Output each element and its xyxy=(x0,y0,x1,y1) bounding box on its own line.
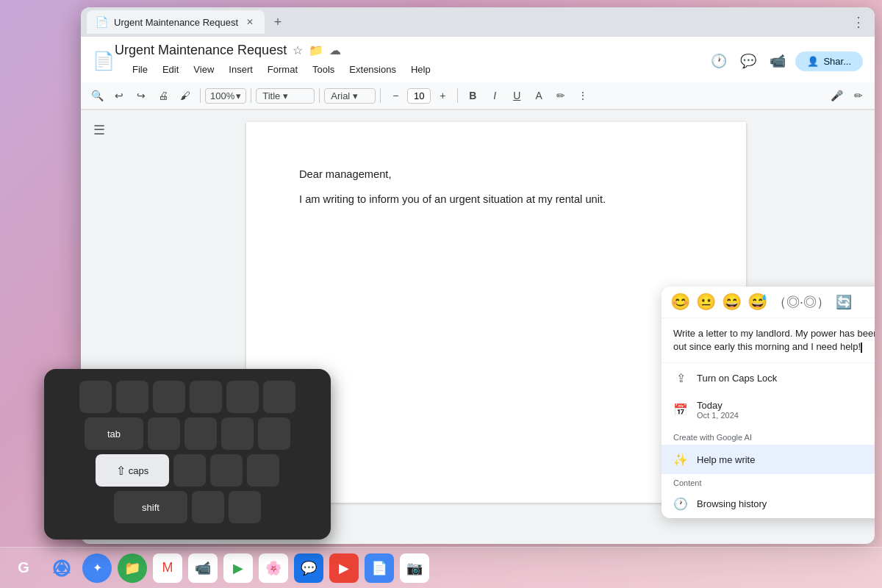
docs-toolbar: 🔍 ↩ ↪ 🖨 🖌 100% ▾ Title ▾ Arial ▾ − xyxy=(81,82,875,110)
tab-title: Urgent Maintenance Request xyxy=(114,17,238,28)
menu-extensions[interactable]: Extensions xyxy=(343,61,402,78)
outline-icon[interactable]: ☰ xyxy=(93,122,105,138)
folder-icon[interactable]: 📁 xyxy=(309,43,323,57)
cloud-icon[interactable]: ☁ xyxy=(329,43,341,57)
menu-help[interactable]: Help xyxy=(405,61,437,78)
taskbar-youtube[interactable]: ▶ xyxy=(329,553,359,583)
emoji-sweat[interactable]: 😅 xyxy=(747,293,767,312)
font-size-input[interactable] xyxy=(407,88,431,104)
font-chevron: ▾ xyxy=(353,90,358,101)
osk-row-3: ⇧ caps xyxy=(56,454,319,487)
tab-key-label: tab xyxy=(107,429,121,440)
suggestion-input-area[interactable]: Write a letter to my landlord. My power … xyxy=(662,318,875,363)
emoji-keyboard[interactable]: （◎·◎） xyxy=(773,293,830,311)
emoji-neutral[interactable]: 😐 xyxy=(696,293,716,312)
history-icon[interactable]: 🕐 xyxy=(707,49,731,73)
zoom-selector[interactable]: 100% ▾ xyxy=(205,88,246,104)
undo-button[interactable]: ↩ xyxy=(109,85,129,106)
osk-tab-key[interactable]: tab xyxy=(85,417,143,450)
print-button[interactable]: 🖨 xyxy=(153,85,173,106)
osk-key-f[interactable] xyxy=(258,417,290,450)
star-icon[interactable]: ☆ xyxy=(293,43,303,57)
osk-key-c[interactable] xyxy=(247,454,279,487)
osk-key-q[interactable] xyxy=(79,381,112,413)
browser-tab[interactable]: 📄 Urgent Maintenance Request ✕ xyxy=(87,10,265,34)
today-suggestion[interactable]: 📅 Today Oct 1, 2024 xyxy=(662,392,875,427)
text-color-button[interactable]: A xyxy=(528,85,549,106)
search-button[interactable]: 🔍 xyxy=(87,85,107,106)
menu-view[interactable]: View xyxy=(187,61,220,78)
tab-bar: 📄 Urgent Maintenance Request ✕ + xyxy=(87,10,845,34)
taskbar-meet[interactable]: 📹 xyxy=(188,553,218,583)
osk-key-1[interactable] xyxy=(192,491,224,523)
zoom-value: 100% xyxy=(210,90,234,101)
voice-typing-button[interactable]: 🎤 xyxy=(826,85,847,106)
osk-key-s[interactable] xyxy=(184,417,217,450)
highlight-button[interactable]: ✏ xyxy=(551,85,571,106)
osk-key-r[interactable] xyxy=(190,381,222,413)
caps-icon: ⇧ xyxy=(116,464,126,478)
comments-icon[interactable]: 💬 xyxy=(736,49,760,73)
taskbar-gemini[interactable]: ✦ xyxy=(82,553,112,583)
osk-key-t[interactable] xyxy=(226,381,259,413)
osk-key-2[interactable] xyxy=(229,491,261,523)
menu-tools[interactable]: Tools xyxy=(306,61,340,78)
emoji-grin[interactable]: 😄 xyxy=(722,293,742,312)
help-me-write-suggestion[interactable]: ✨ Help me write → xyxy=(662,445,875,474)
osk-key-e[interactable] xyxy=(153,381,185,413)
ai-write-icon: ✨ xyxy=(673,452,688,467)
new-tab-button[interactable]: + xyxy=(268,12,288,32)
osk-row-1 xyxy=(56,381,319,413)
italic-button[interactable]: I xyxy=(484,85,505,106)
font-value: Arial xyxy=(331,90,350,101)
browser-menu-button[interactable]: ⋮ xyxy=(848,12,869,32)
menu-format[interactable]: Format xyxy=(262,61,304,78)
menu-insert[interactable]: Insert xyxy=(223,61,259,78)
style-chevron: ▾ xyxy=(283,90,288,101)
meet-icon[interactable]: 📹 xyxy=(766,49,789,73)
redo-button[interactable]: ↪ xyxy=(131,85,151,106)
docs-title[interactable]: Urgent Maintenance Request xyxy=(115,43,287,58)
font-selector[interactable]: Arial ▾ xyxy=(324,88,376,104)
today-date: Oct 1, 2024 xyxy=(697,411,875,420)
osk-caps-key[interactable]: ⇧ caps xyxy=(96,454,169,487)
refresh-emoji-button[interactable]: 🔄 xyxy=(836,294,852,310)
share-icon: 👤 xyxy=(807,56,819,67)
taskbar-files[interactable]: 📁 xyxy=(118,553,147,583)
suggestion-input-text: Write a letter to my landlord. My power … xyxy=(673,328,875,352)
bold-button[interactable]: B xyxy=(462,85,483,106)
tab-close-button[interactable]: ✕ xyxy=(244,16,256,28)
font-size-decrease[interactable]: − xyxy=(385,85,406,106)
underline-button[interactable]: U xyxy=(506,85,527,106)
style-selector[interactable]: Title ▾ xyxy=(256,88,315,104)
share-button[interactable]: 👤 Shar... xyxy=(795,51,863,71)
toolbar-separator-5 xyxy=(457,88,458,103)
taskbar-play[interactable]: ▶ xyxy=(223,553,253,583)
font-size-increase[interactable]: + xyxy=(432,85,453,106)
osk-key-d[interactable] xyxy=(221,417,254,450)
editing-mode-button[interactable]: ✏ xyxy=(848,85,869,106)
taskbar-messages[interactable]: 💬 xyxy=(294,553,323,583)
taskbar-photos[interactable]: 🌸 xyxy=(259,553,288,583)
osk-key-y[interactable] xyxy=(263,381,295,413)
osk-key-w[interactable] xyxy=(116,381,148,413)
taskbar-chrome[interactable] xyxy=(47,553,76,583)
taskbar-screenshot[interactable]: 📷 xyxy=(400,553,429,583)
osk-key-x[interactable] xyxy=(210,454,243,487)
browsing-history-suggestion[interactable]: 🕐 Browsing history xyxy=(662,489,875,518)
taskbar-gmail[interactable]: M xyxy=(153,553,182,583)
taskbar-docs[interactable]: 📄 xyxy=(365,553,394,583)
osk-shift-key[interactable]: shift xyxy=(114,491,187,523)
text-cursor xyxy=(861,343,862,353)
menu-edit[interactable]: Edit xyxy=(157,61,184,78)
emoji-smile[interactable]: 😊 xyxy=(670,293,690,312)
browser-chrome: 📄 Urgent Maintenance Request ✕ + ⋮ xyxy=(81,7,875,37)
google-icon[interactable]: G xyxy=(12,556,35,580)
caps-lock-suggestion[interactable]: ⇪ Turn on Caps Lock xyxy=(662,363,875,392)
docs-title-row: 📄 Urgent Maintenance Request ☆ 📁 ☁ File … xyxy=(81,37,875,82)
paint-format-button[interactable]: 🖌 xyxy=(175,85,196,106)
menu-file[interactable]: File xyxy=(126,61,154,78)
osk-key-a[interactable] xyxy=(148,417,180,450)
more-toolbar-button[interactable]: ⋮ xyxy=(573,85,593,106)
osk-key-z[interactable] xyxy=(173,454,206,487)
